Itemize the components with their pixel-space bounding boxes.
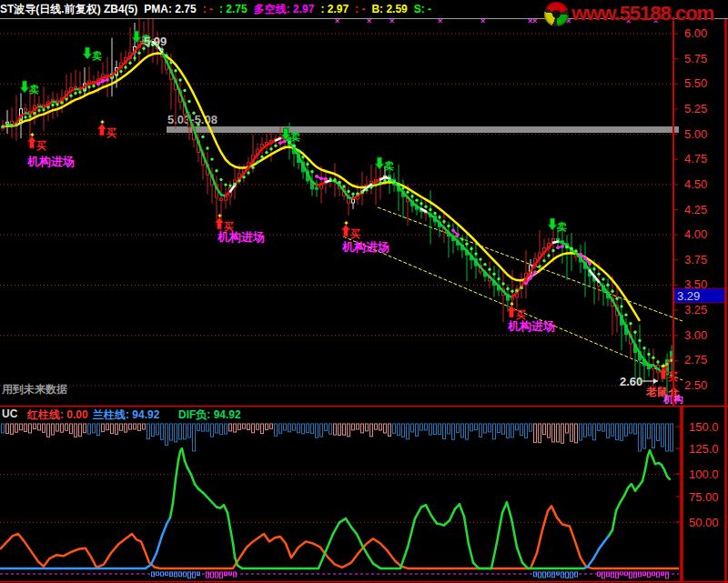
stock-chart-canvas: 5.03-5.08✦买✦买✦买✦买✦买✦买卖卖卖卖卖卖机构进场机构进场机构进场机… [0, 0, 728, 583]
candlestick-series [2, 13, 673, 401]
svg-text:5.50: 5.50 [684, 76, 707, 90]
svg-text:4.75: 4.75 [684, 152, 707, 166]
svg-text:卖: 卖 [384, 160, 394, 171]
logo-decoration-icon: ◇ □ [655, 4, 672, 15]
main-price-axis: 6.005.755.505.255.004.754.504.254.003.75… [673, 18, 707, 406]
svg-text:机构进场: 机构进场 [217, 230, 265, 244]
title-segment-8: S: - [414, 1, 431, 18]
svg-text:3.25: 3.25 [684, 303, 707, 317]
svg-text:5.00: 5.00 [684, 127, 707, 141]
svg-text:机构进场: 机构进场 [507, 319, 555, 333]
indicator-header-segment-0: UC [2, 407, 17, 420]
upper-histogram-strip [2, 424, 673, 451]
svg-text:✦: ✦ [343, 219, 349, 227]
svg-text:卖: 卖 [290, 131, 300, 142]
svg-text:2.60: 2.60 [620, 375, 642, 388]
svg-text:买: 买 [106, 127, 116, 138]
svg-text:✦: ✦ [99, 118, 106, 126]
svg-text:✦: ✦ [661, 362, 667, 370]
resistance-band: 5.03-5.08 [167, 113, 679, 133]
svg-text:150.0: 150.0 [689, 420, 719, 434]
svg-text:3.29: 3.29 [677, 289, 700, 303]
svg-text:125.0: 125.0 [689, 442, 719, 456]
watermark-url: www.55188.com [571, 2, 713, 25]
svg-text:2.75: 2.75 [684, 353, 707, 367]
svg-text:5.99: 5.99 [144, 35, 167, 48]
app-window: ST波导(日线.前复权) ZB4(5)PMA: 2.75: -: 2.75多空线… [0, 0, 728, 583]
svg-text:3.00: 3.00 [684, 328, 707, 342]
uc-line [0, 448, 670, 568]
svg-text:6.00: 6.00 [684, 26, 707, 40]
title-segment-3: : 2.75 [219, 1, 248, 18]
svg-text:50.00: 50.00 [689, 516, 719, 529]
svg-text:机构进场: 机构进场 [26, 155, 75, 168]
svg-text:75.00: 75.00 [689, 490, 719, 504]
svg-text:5.25: 5.25 [684, 102, 707, 116]
svg-text:100.0: 100.0 [689, 467, 719, 481]
svg-text:买: 买 [349, 228, 360, 239]
title-segment-6: : - [355, 1, 365, 18]
current-price-tag: 3.29 [674, 288, 726, 303]
dotted-ma-line [1, 44, 672, 367]
svg-text:✦: ✦ [29, 131, 35, 139]
lower-gridlines [0, 475, 679, 523]
title-segment-4: 多空线: 2.97 [254, 1, 315, 18]
svg-text:4.00: 4.00 [684, 227, 707, 241]
svg-text:机构进场: 机构进场 [341, 240, 389, 254]
pinwheel-icon [544, 2, 569, 26]
svg-text:用到未来数据: 用到未来数据 [1, 383, 67, 396]
sell-x-mark: × [532, 16, 537, 25]
svg-text:4.25: 4.25 [684, 203, 707, 216]
indicator-header: UC红柱线: 0.00兰柱线: 94.92DIF负: 94.92 [0, 407, 673, 421]
chart-annotations: 机构进场机构进场机构进场机构进场5.992.60老鼠仓机构用到未来数据 [1, 35, 683, 405]
lower-axis: 150.0125.0100.075.0050.00 [676, 407, 719, 582]
svg-text:卖: 卖 [92, 50, 102, 61]
svg-text:买: 买 [35, 140, 46, 151]
svg-text:卖: 卖 [29, 84, 39, 95]
title-segment-0: ST波导(日线.前复权) ZB4(5) [0, 1, 137, 18]
sell-x-mark: × [389, 16, 394, 25]
chart-title-readout: ST波导(日线.前复权) ZB4(5)PMA: 2.75: -: 2.75多空线… [0, 0, 438, 15]
sell-x-mark: × [480, 16, 485, 25]
svg-text:3.75: 3.75 [684, 253, 707, 266]
svg-text:4.50: 4.50 [684, 177, 707, 191]
svg-text:5.75: 5.75 [684, 52, 707, 65]
svg-text:卖: 卖 [557, 221, 567, 232]
title-segment-2: : - [203, 1, 213, 18]
sell-x-mark: × [335, 16, 339, 25]
below-zero-bars [152, 572, 669, 578]
indicator-header-segment-2: 兰柱线: 94.92 [93, 407, 159, 423]
indicator-header-segment-1: 红柱线: 0.00 [27, 407, 88, 423]
main-gridlines [0, 34, 673, 386]
watermark-logo: www.55188.com ◇ □ [544, 2, 713, 26]
title-segment-1: PMA: 2.75 [144, 1, 196, 18]
dif-line [0, 506, 679, 568]
svg-text:✦: ✦ [509, 300, 515, 308]
fast-ma-line [3, 40, 672, 372]
sell-x-mark: × [438, 16, 442, 25]
sell-x-mark: × [367, 16, 371, 25]
indicator-header-segment-3: DIF负: 94.92 [178, 407, 241, 423]
panel-borders [0, 18, 728, 583]
svg-text:✦: ✦ [217, 212, 223, 220]
svg-text:2.50: 2.50 [684, 378, 707, 392]
